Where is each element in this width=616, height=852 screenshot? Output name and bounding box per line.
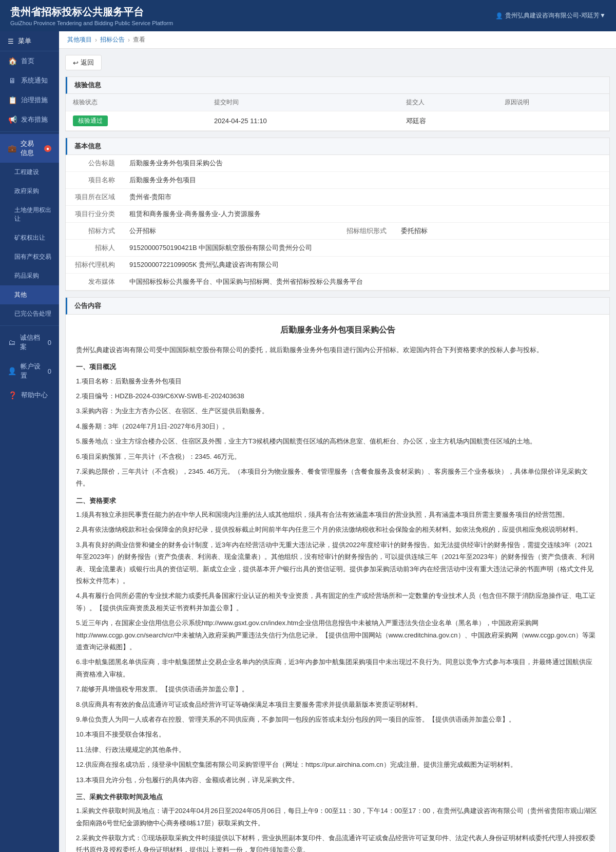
sidebar-item-sys-notify[interactable]: 🖥 系统通知 [0, 71, 59, 90]
s1-p4: 4.服务期：3年（2024年7月1日-2027年6月30日）。 [76, 420, 599, 432]
help-label: 帮助中心 [21, 391, 48, 400]
sidebar-item-drug[interactable]: 药品采购 [0, 266, 59, 285]
site-subtitle: GuiZhou Province Tendering and Bidding P… [10, 20, 173, 26]
main-content: 其他项目 › 招标公告 › 查看 ↩ 返回 核验信息 核验状态 提交时间 [59, 31, 616, 852]
back-label: 返回 [81, 58, 94, 67]
help-icon: ❓ [8, 391, 17, 399]
value-agent: 91520000722109905K 贵州弘典建设咨询有限公司 [122, 257, 609, 274]
value-industry: 租赁和商务服务业-商务服务业-人力资源服务 [122, 206, 609, 223]
sidebar-item-state-assets[interactable]: 国有产权交易 [0, 247, 59, 266]
value-project-name: 后勤服务业务外包项目 [122, 172, 609, 189]
drug-label: 药品采购 [14, 272, 39, 280]
sidebar: ☰ 菜单 🏠 首页 🖥 系统通知 📋 治理措施 📢 发布措施 💼 交易信息 ● … [0, 31, 59, 852]
basic-section: 基本信息 公告标题 后勤服务业务外包项目采购公告 项目名称 后勤服务业务外包项目… [65, 138, 610, 291]
menu-toggle[interactable]: ☰ 菜单 [0, 31, 59, 51]
label-agent: 招标代理机构 [66, 257, 122, 274]
s2-p2: 2.具有依法缴纳税款和社会保障金的良好纪录，提供投标截止时间前半年内任意三个月的… [76, 524, 599, 535]
value-region: 贵州省-贵阳市 [122, 189, 609, 206]
sidebar-item-mineral[interactable]: 矿权权出让 [0, 228, 59, 247]
announce-main-title: 后勤服务业务外包项目采购公告 [76, 323, 599, 338]
sidebar-item-processed[interactable]: 已完公告处理 [0, 304, 59, 323]
sidebar-item-publish[interactable]: 📢 发布措施 [0, 110, 59, 129]
basic-info-table: 公告标题 后勤服务业务外包项目采购公告 项目名称 后勤服务业务外包项目 项目所在… [66, 155, 609, 291]
home-icon: 🏠 [8, 57, 17, 65]
verify-submitter: 邓廷容 [399, 111, 497, 131]
basic-section-title: 基本信息 [66, 138, 609, 155]
menu-icon: ☰ [8, 37, 14, 45]
credit-icon: 🗂 [8, 338, 16, 346]
monitor-icon: 🖥 [8, 76, 17, 85]
s1-p1: 1.项目名称：后勤服务业务外包项目 [76, 375, 599, 387]
verify-table: 核验状态 提交时间 提交人 原因说明 核验通过 2024-04-25 11:10 [66, 94, 609, 131]
s2-p4: 4.具有履行合同所必需的专业技术能力或委托具备国家行业认证的相关专业资质，具有固… [76, 590, 599, 614]
announce-section-title: 公告内容 [66, 298, 609, 315]
back-button[interactable]: ↩ 返回 [65, 55, 102, 70]
credit-label: 诚信档案 [20, 333, 44, 352]
verify-time: 2024-04-25 11:10 [207, 111, 399, 131]
info-row-industry: 项目行业分类 租赁和商务服务业-商务服务业-人力资源服务 [66, 206, 609, 223]
s2-p5: 5.近三年内，在国家企业信用信息公示系统http://www.gsxt.gov.… [76, 617, 599, 653]
sidebar-divider2 [0, 325, 59, 326]
user-icon: 👤 [495, 12, 503, 20]
doc-icon: 📋 [8, 96, 17, 104]
status-badge: 核验通过 [73, 115, 108, 126]
s1-p7: 7.采购总限价，三年共计（不含税），2345. 46万元。（本项目分为物业服务、… [76, 466, 599, 490]
sidebar-item-governance[interactable]: 📋 治理措施 [0, 90, 59, 110]
engineering-label: 工程建设 [14, 168, 39, 177]
trade-icon: 💼 [8, 144, 16, 152]
label-org-form: 招标组织形式 [337, 223, 394, 240]
info-row-project-name: 项目名称 后勤服务业务外包项目 [66, 172, 609, 189]
info-row-title: 公告标题 后勤服务业务外包项目采购公告 [66, 155, 609, 172]
user-name: 贵州弘典建设咨询有限公司-邓廷芳▼ [505, 11, 606, 20]
verify-reason [497, 111, 609, 131]
verify-row: 核验通过 2024-04-25 11:10 邓廷容 [66, 111, 609, 131]
s1-p5: 5.服务地点：业主方综合楼办公区、住宿区及外围，业主方T3候机楼内国航责任区域的… [76, 435, 599, 447]
sidebar-item-gov-purchase[interactable]: 政府采购 [0, 182, 59, 201]
sidebar-item-trade[interactable]: 💼 交易信息 ● [0, 134, 59, 163]
sidebar-item-account[interactable]: 👤 帐户设置 0 [0, 357, 59, 385]
gov-purchase-label: 政府采购 [14, 187, 39, 196]
s2-p9: 9.单位负责人为同一人或者存在控股、管理关系的不同供应商，不参加同一包段的应答或… [76, 713, 599, 725]
info-row-tenderer: 招标人 91520000750190421B 中国国际航空股份有限公司贵州分公司 [66, 240, 609, 257]
verify-section-title: 核验信息 [66, 77, 609, 94]
verify-col-time: 提交时间 [207, 94, 399, 111]
breadcrumb-item-1[interactable]: 其他项目 [67, 35, 92, 44]
breadcrumb-item-2[interactable]: 招标公告 [100, 35, 125, 44]
account-icon: 👤 [8, 367, 16, 375]
value-tender-method: 公开招标 [122, 223, 337, 240]
state-assets-label: 国有产权交易 [14, 253, 51, 261]
header: 贵州省招标投标公共服务平台 GuiZhou Province Tendering… [0, 0, 616, 31]
sidebar-label-trade: 交易信息 [21, 139, 40, 158]
sidebar-item-engineering[interactable]: 工程建设 [0, 163, 59, 182]
verify-col-reason: 原因说明 [497, 94, 609, 111]
verify-col-status: 核验状态 [66, 94, 207, 111]
account-label: 帐户设置 [21, 362, 44, 380]
credit-badge: 0 [48, 339, 51, 346]
s2-p8: 8.供应商具有有效的食品流通许可证或食品经营许可证等确保满足本项目主要服务需求并… [76, 699, 599, 710]
announce-section: 公告内容 后勤服务业务外包项目采购公告 贵州弘典建设咨询有限公司受中国国际航空股… [65, 297, 610, 852]
label-industry: 项目行业分类 [66, 206, 122, 223]
s2-p3: 3.具有良好的商业信誉和健全的财务会计制度，近3年内在经营活动中无重大违法记录，… [76, 539, 599, 587]
info-row-agent: 招标代理机构 91520000722109905K 贵州弘典建设咨询有限公司 [66, 257, 609, 274]
sidebar-item-land-use[interactable]: 土地使用权出让 [0, 201, 59, 228]
verify-col-submitter: 提交人 [399, 94, 497, 111]
user-info[interactable]: 👤 贵州弘典建设咨询有限公司-邓廷芳▼ [495, 11, 606, 20]
info-row-tender-method: 招标方式 公开招标 招标组织形式 委托招标 [66, 223, 609, 240]
value-notice-title: 后勤服务业务外包项目采购公告 [122, 155, 609, 172]
sidebar-label-sys-notify: 系统通知 [21, 76, 48, 85]
info-row-media: 发布媒体 中国招标投标公共服务平台、中国采购与招标网、贵州省招标投标公共服务平台 [66, 274, 609, 291]
sidebar-item-other[interactable]: 其他 [0, 285, 59, 304]
breadcrumb-sep-2: › [128, 36, 130, 44]
label-notice-title: 公告标题 [66, 155, 122, 172]
site-title: 贵州省招标投标公共服务平台 [10, 5, 173, 19]
sidebar-item-home[interactable]: 🏠 首页 [0, 51, 59, 71]
info-row-region: 项目所在区域 贵州省-贵阳市 [66, 189, 609, 206]
announce-body: 后勤服务业务外包项目采购公告 贵州弘典建设咨询有限公司受中国国际航空股份有限公司… [66, 315, 609, 852]
sidebar-item-help[interactable]: ❓ 帮助中心 [0, 385, 59, 405]
sidebar-item-credit[interactable]: 🗂 诚信档案 0 [0, 328, 59, 357]
label-tender-method: 招标方式 [66, 223, 122, 240]
section3-title: 三、采购文件获取时间及地点 [76, 791, 599, 803]
s2-p12: 12.供应商在报名成功后，须登录中国航空集团有限公司采购管理平台（网址：http… [76, 759, 599, 770]
processed-label: 已完公告处理 [14, 309, 51, 318]
s2-p7: 7.能够开具增值税专用发票。【提供供语函并加盖公章】。 [76, 683, 599, 695]
